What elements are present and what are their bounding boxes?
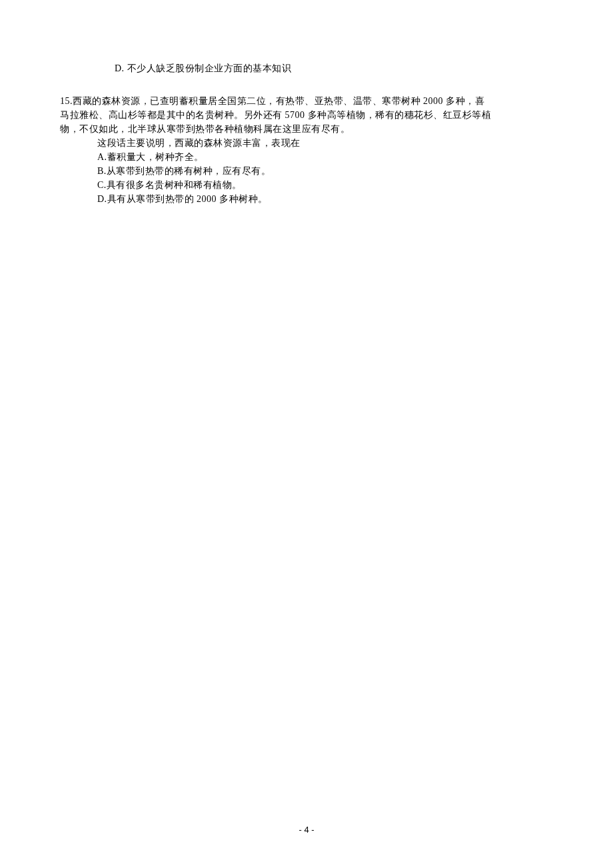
question-15: 15.西藏的森林资源，已查明蓄积量居全国第二位，有热带、亚热带、温带、寒带树种 … (60, 94, 553, 206)
question-15-option-a: A.蓄积量大，树种齐全。 (97, 150, 553, 164)
prev-question-option-d: D. 不少人缺乏股份制企业方面的基本知识 (115, 61, 553, 75)
question-15-option-b: B.从寒带到热带的稀有树种，应有尽有。 (97, 164, 553, 178)
question-15-line2: 马拉雅松、高山杉等都是其中的名贵树种。另外还有 5700 多种高等植物，稀有的穗… (60, 108, 553, 122)
question-15-option-d: D.具有从寒带到热带的 2000 多种树种。 (97, 192, 553, 206)
question-15-line1: 15.西藏的森林资源，已查明蓄积量居全国第二位，有热带、亚热带、温带、寒带树种 … (60, 94, 553, 108)
page-number: - 4 - (0, 823, 613, 837)
question-15-option-c: C.具有很多名贵树种和稀有植物。 (97, 178, 553, 192)
question-15-text: 15.西藏的森林资源，已查明蓄积量居全国第二位，有热带、亚热带、温带、寒带树种 … (60, 94, 553, 136)
document-content: D. 不少人缺乏股份制企业方面的基本知识 15.西藏的森林资源，已查明蓄积量居全… (0, 0, 613, 206)
question-15-line3: 物，不仅如此，北半球从寒带到热带各种植物科属在这里应有尽有。 (60, 122, 553, 136)
question-15-prompt: 这段话主要说明，西藏的森林资源丰富，表现在 (97, 136, 553, 150)
